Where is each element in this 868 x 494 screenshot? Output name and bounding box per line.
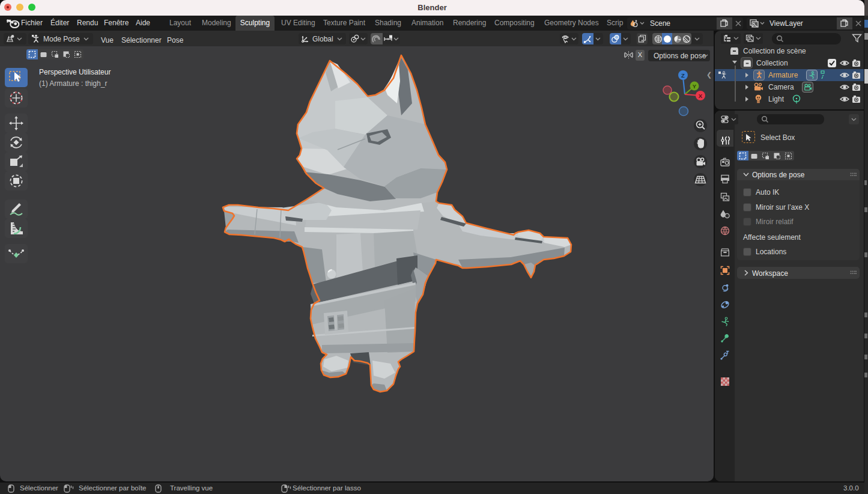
svg-text:Z: Z xyxy=(681,72,685,79)
svg-text:X: X xyxy=(699,93,703,99)
svg-text:Y: Y xyxy=(693,83,697,90)
